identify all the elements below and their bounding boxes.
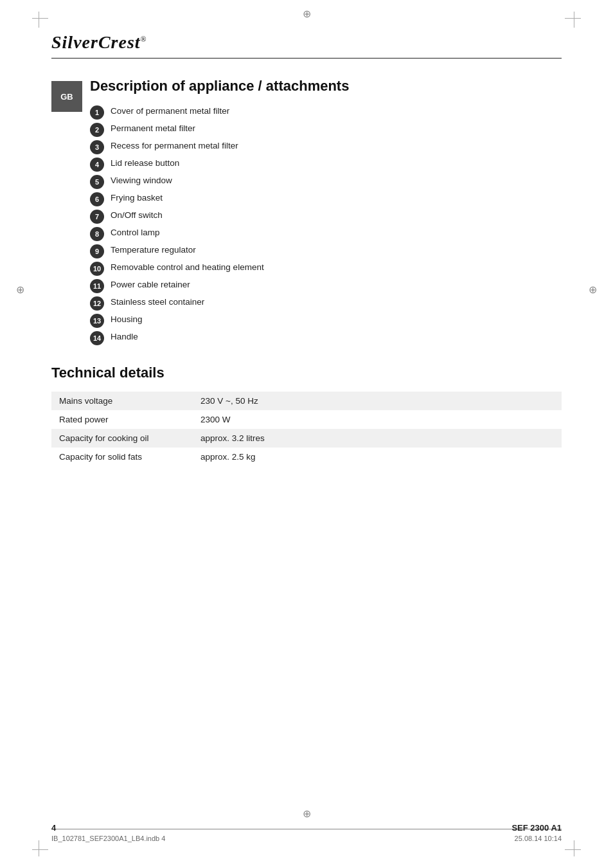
list-item: 9Temperature regulator (90, 244, 562, 258)
item-number: 7 (90, 210, 104, 224)
page: ⊕ SilverCrest® GB Description of applian… (0, 0, 613, 868)
list-item: 3Recess for permanent metal filter (90, 140, 562, 154)
crop-mark-br-h (565, 849, 581, 850)
footer-line (51, 829, 562, 829)
header: SilverCrest® (0, 0, 613, 78)
item-label: Lid release button (111, 157, 179, 170)
page-number: 4 (51, 823, 56, 833)
bottom-crosshair: ⊕ (303, 808, 311, 820)
table-row: Capacity for cooking oilapprox. 3.2 litr… (51, 429, 562, 448)
item-number: 9 (90, 244, 104, 258)
item-number: 1 (90, 105, 104, 120)
left-crosshair: ⊕ (16, 284, 24, 296)
item-label: Power cable retainer (111, 278, 190, 291)
item-label: Removable control and heating element (111, 261, 264, 274)
brand-line: SilverCrest® (51, 32, 562, 59)
list-item: 6Frying basket (90, 192, 562, 206)
item-label: Control lamp (111, 226, 160, 239)
item-number: 5 (90, 175, 104, 189)
item-label: Stainless steel container (111, 296, 204, 309)
item-label: Cover of permanent metal filter (111, 105, 229, 118)
item-number: 6 (90, 192, 104, 206)
brand-name: SilverCrest® (51, 32, 147, 52)
technical-title: Technical details (51, 365, 562, 381)
list-item: 5Viewing window (90, 174, 562, 189)
item-number: 3 (90, 140, 104, 154)
table-row: Rated power2300 W (51, 410, 562, 429)
list-item: 8Control lamp (90, 226, 562, 241)
item-label: Recess for permanent metal filter (111, 140, 238, 152)
item-number: 10 (90, 262, 104, 276)
list-item: 7On/Off switch (90, 209, 562, 224)
list-item: 1Cover of permanent metal filter (90, 105, 562, 120)
footer-date: 25.08.14 10:14 (515, 835, 562, 842)
item-label: Permanent metal filter (111, 122, 195, 135)
list-item: 13Housing (90, 313, 562, 328)
technical-section: Technical details Mains voltage230 V ~, … (51, 365, 562, 466)
right-crosshair: ⊕ (589, 284, 597, 296)
list-item: 12Stainless steel container (90, 296, 562, 311)
footer-file: IB_102781_SEF2300A1_LB4.indb 4 (51, 835, 165, 842)
list-item: 2Permanent metal filter (90, 122, 562, 137)
item-number: 13 (90, 314, 104, 328)
description-section: GB Description of appliance / attachment… (51, 78, 562, 345)
table-cell-label: Capacity for cooking oil (51, 429, 193, 448)
item-number: 12 (90, 296, 104, 311)
appliance-parts-list: 1Cover of permanent metal filter2Permane… (51, 105, 562, 345)
table-row: Capacity for solid fatsapprox. 2.5 kg (51, 448, 562, 466)
item-label: Temperature regulator (111, 244, 196, 257)
item-number: 4 (90, 158, 104, 172)
item-number: 8 (90, 227, 104, 241)
table-cell-label: Mains voltage (51, 392, 193, 410)
gb-badge: GB (51, 81, 82, 112)
table-cell-value: approx. 3.2 litres (193, 429, 562, 448)
item-label: Handle (111, 330, 138, 343)
crop-mark-br-v (574, 840, 574, 856)
description-title: Description of appliance / attachments (51, 78, 562, 95)
item-number: 11 (90, 279, 104, 293)
list-item: 10Removable control and heating element (90, 261, 562, 276)
list-item: 4Lid release button (90, 157, 562, 172)
technical-table: Mains voltage230 V ~, 50 HzRated power23… (51, 392, 562, 466)
item-number: 14 (90, 331, 104, 345)
crop-mark-bl-v (39, 840, 39, 856)
list-item: 11Power cable retainer (90, 278, 562, 293)
list-item: 14Handle (90, 330, 562, 345)
item-label: Viewing window (111, 174, 172, 187)
crop-mark-bl-h (32, 849, 48, 850)
footer-content: IB_102781_SEF2300A1_LB4.indb 4 25.08.14 … (51, 835, 562, 842)
table-cell-value: 2300 W (193, 410, 562, 429)
table-cell-label: Rated power (51, 410, 193, 429)
item-label: On/Off switch (111, 209, 163, 222)
item-number: 2 (90, 123, 104, 137)
model-number: SEF 2300 A1 (511, 823, 562, 833)
item-label: Housing (111, 313, 143, 326)
table-cell-value: approx. 2.5 kg (193, 448, 562, 466)
table-cell-label: Capacity for solid fats (51, 448, 193, 466)
table-row: Mains voltage230 V ~, 50 Hz (51, 392, 562, 410)
item-label: Frying basket (111, 192, 163, 204)
main-content: GB Description of appliance / attachment… (0, 78, 613, 466)
table-cell-value: 230 V ~, 50 Hz (193, 392, 562, 410)
